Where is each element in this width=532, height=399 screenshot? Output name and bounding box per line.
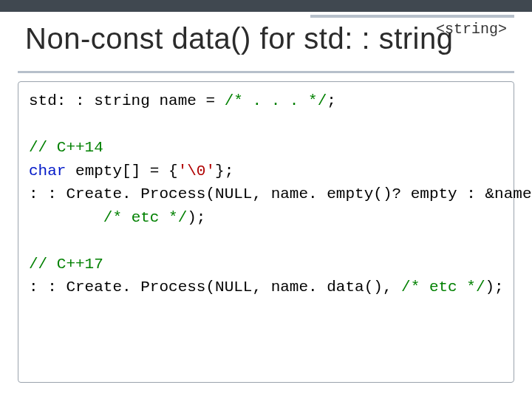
- decl-post: ;: [327, 92, 336, 109]
- cpp14-l1-end: };: [215, 163, 233, 180]
- cpp17-l1-cm: /* etc */: [401, 279, 485, 296]
- top-bar: [0, 0, 532, 12]
- cpp14-l3-post: );: [187, 209, 205, 226]
- cpp14-comment: // C++14: [29, 139, 103, 156]
- code-box: std: : string name = /* . . . */; // C++…: [18, 81, 514, 383]
- decl-comment: /* . . . */: [225, 92, 327, 109]
- title-rule: [18, 71, 514, 73]
- cpp17-l1-pre: : : Create. Process(NULL, name. data(),: [29, 279, 401, 296]
- cpp14-l3-cm: /* etc */: [103, 209, 187, 226]
- decl-pre: std: : string name =: [29, 92, 225, 109]
- cpp14-l1-str: '\0': [178, 163, 215, 180]
- code-block: std: : string name = /* . . . */; // C++…: [29, 89, 503, 299]
- cpp17-comment: // C++17: [29, 256, 103, 273]
- slide: <string> Non-const data() for std: : str…: [0, 0, 532, 399]
- cpp14-l3-pre: [29, 209, 103, 226]
- tag-rule: [310, 15, 514, 18]
- cpp14-l2: : : Create. Process(NULL, name. empty()?…: [29, 185, 532, 202]
- slide-title: Non-const data() for std: : string: [25, 22, 453, 55]
- cpp17-l1-post: );: [485, 279, 504, 296]
- cpp14-l1-mid: empty[] = {: [66, 163, 177, 180]
- cpp14-kw: char: [29, 163, 66, 180]
